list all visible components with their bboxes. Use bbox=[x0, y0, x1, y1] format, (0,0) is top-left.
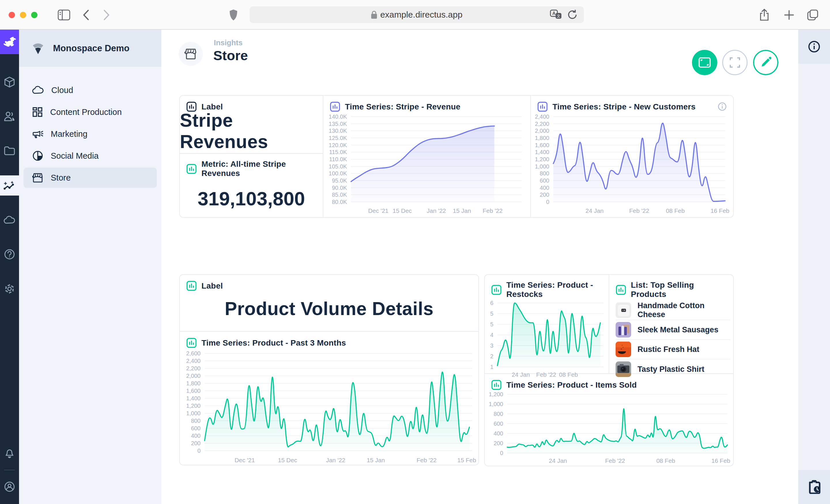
directus-logo[interactable] bbox=[0, 30, 19, 54]
sidebar-item-store[interactable]: Store bbox=[24, 168, 157, 188]
notifications-bell-icon[interactable] bbox=[0, 443, 19, 463]
svg-text:200: 200 bbox=[540, 192, 549, 198]
list-item[interactable]: Rustic Fresh Hat bbox=[615, 340, 730, 360]
product-name: Tasty Plastic Shirt bbox=[637, 365, 704, 374]
svg-text:1,400: 1,400 bbox=[186, 395, 200, 401]
new_customers-chart-svg: 02004006008001,0001,2001,4001,6001,8002,… bbox=[531, 114, 733, 215]
panel-title: Time Series: Stripe - Revenue bbox=[345, 102, 460, 111]
project-switcher[interactable]: Monospace Demo bbox=[19, 30, 161, 67]
pie-chart-icon bbox=[32, 150, 43, 161]
past3-chart-svg: 02004006008001,0001,2001,4001,6001,8002,… bbox=[180, 350, 478, 465]
privacy-shield-icon[interactable] bbox=[226, 7, 241, 23]
svg-text:6: 6 bbox=[490, 301, 493, 306]
svg-text:4: 4 bbox=[490, 332, 493, 338]
browser-toolbar: example.directus.app A文 bbox=[0, 0, 830, 30]
zoom-to-fit-button[interactable] bbox=[692, 50, 717, 75]
breadcrumb[interactable]: Insights bbox=[214, 38, 243, 47]
svg-text:Dec '21: Dec '21 bbox=[234, 457, 255, 463]
module-cloud-icon[interactable] bbox=[0, 210, 19, 230]
svg-text:15 Feb: 15 Feb bbox=[457, 457, 476, 463]
svg-text:1,000: 1,000 bbox=[535, 163, 549, 170]
svg-text:600: 600 bbox=[191, 425, 200, 431]
svg-text:Feb '22: Feb '22 bbox=[629, 207, 649, 214]
list-item[interactable]: Handmade Cotton Cheese bbox=[615, 301, 730, 320]
svg-text:Feb '22: Feb '22 bbox=[417, 457, 437, 463]
svg-text:2,000: 2,000 bbox=[535, 128, 549, 134]
info-icon[interactable] bbox=[717, 102, 727, 111]
panel-items-sold: Time Series: Product - Items Sold 020040… bbox=[485, 374, 733, 465]
panel-title: Time Series: Product - Items Sold bbox=[506, 380, 637, 390]
storefront-icon bbox=[185, 48, 197, 60]
module-settings-icon[interactable] bbox=[0, 279, 19, 299]
stripe-revenue-chart: 80.0K85.0K90.0K95.0K100.0K105.0K110.0K11… bbox=[323, 114, 530, 215]
dashboard-grid-icon bbox=[32, 107, 43, 117]
module-users-icon[interactable] bbox=[0, 106, 19, 127]
sidebar-item-label: Social Media bbox=[51, 151, 99, 161]
sidebar-item-cloud[interactable]: Cloud bbox=[24, 80, 157, 100]
module-content-icon[interactable] bbox=[0, 72, 19, 92]
sidebar-item-content-production[interactable]: Content Production bbox=[24, 102, 157, 122]
activity-log-button[interactable] bbox=[798, 470, 830, 504]
items-sold-chart: 02004006008001,0001,20024 JanFeb '2208 F… bbox=[485, 392, 733, 465]
panel-stripe-revenue: Time Series: Stripe - Revenue 80.0K85.0K… bbox=[323, 96, 531, 217]
product-name: Handmade Cotton Cheese bbox=[637, 301, 730, 319]
product-thumbnail bbox=[615, 322, 631, 338]
svg-text:80.0K: 80.0K bbox=[332, 199, 347, 205]
svg-text:1,200: 1,200 bbox=[535, 156, 549, 162]
module-help-icon[interactable] bbox=[0, 244, 19, 264]
window-minimize-button[interactable] bbox=[20, 12, 26, 18]
edit-dashboard-button[interactable] bbox=[753, 50, 778, 75]
fullscreen-button[interactable] bbox=[722, 50, 747, 75]
panel-restocks: Time Series: Product - Restocks 12345562… bbox=[485, 275, 609, 373]
user-avatar-icon[interactable] bbox=[0, 477, 19, 497]
svg-text:Jan '22: Jan '22 bbox=[326, 457, 345, 463]
back-button[interactable] bbox=[78, 7, 93, 23]
new-customers-chart: 02004006008001,0001,2001,4001,6001,8002,… bbox=[531, 114, 733, 215]
svg-text:600: 600 bbox=[494, 421, 503, 427]
svg-text:95.0K: 95.0K bbox=[332, 177, 347, 184]
share-icon[interactable] bbox=[757, 7, 772, 23]
panel-title: Time Series: Stripe - New Customers bbox=[552, 102, 696, 111]
svg-text:08 Feb: 08 Feb bbox=[666, 207, 684, 214]
items_sold-chart-svg: 02004006008001,0001,20024 JanFeb '2208 F… bbox=[485, 392, 733, 465]
reload-icon[interactable] bbox=[567, 9, 578, 21]
svg-text:200: 200 bbox=[494, 440, 503, 446]
label-stripe-revenues: Stripe Revenues bbox=[180, 114, 323, 148]
svg-text:90.0K: 90.0K bbox=[332, 184, 347, 191]
panel-group-stripe: Label Stripe Revenues Metric: All-time S… bbox=[179, 95, 734, 218]
svg-text:1,400: 1,400 bbox=[535, 149, 549, 155]
panel-timeseries-icon bbox=[491, 284, 502, 295]
svg-text:15 Jan: 15 Jan bbox=[366, 457, 385, 463]
label-product-volume: Product Volume Details bbox=[180, 293, 478, 325]
window-zoom-button[interactable] bbox=[31, 12, 37, 18]
sidebar-item-social-media[interactable]: Social Media bbox=[24, 146, 157, 166]
panel-timeseries-icon bbox=[186, 338, 197, 348]
address-bar[interactable]: example.directus.app A文 bbox=[250, 6, 584, 23]
window-close-button[interactable] bbox=[9, 12, 15, 18]
panel-column-label-metric: Label Stripe Revenues Metric: All-time S… bbox=[180, 96, 323, 217]
sidebar-toggle-icon[interactable] bbox=[57, 7, 71, 23]
svg-text:105.0K: 105.0K bbox=[329, 163, 347, 170]
clipboard-clock-icon bbox=[807, 480, 821, 494]
tab-overview-icon[interactable] bbox=[805, 7, 820, 23]
svg-text:0: 0 bbox=[197, 447, 200, 454]
panel-metric: Metric: All-time Stripe Revenues 319,103… bbox=[180, 154, 323, 217]
svg-text:100.0K: 100.0K bbox=[329, 170, 347, 176]
svg-text:120.0K: 120.0K bbox=[329, 142, 347, 148]
svg-text:2,400: 2,400 bbox=[535, 114, 549, 120]
svg-text:1,200: 1,200 bbox=[489, 392, 503, 397]
list-item[interactable]: Sleek Metal Sausages bbox=[615, 320, 730, 340]
module-insights-icon[interactable] bbox=[0, 175, 19, 196]
panel-title: List: Top Selling Products bbox=[631, 280, 727, 299]
info-icon bbox=[808, 40, 821, 53]
module-files-icon[interactable] bbox=[0, 140, 19, 161]
info-sidebar-button[interactable] bbox=[798, 30, 830, 64]
sidebar-item-marketing[interactable]: Marketing bbox=[24, 124, 157, 144]
panel-title: Time Series: Product - Past 3 Months bbox=[201, 338, 346, 348]
rail-divider bbox=[4, 470, 15, 470]
forward-button[interactable] bbox=[99, 7, 114, 23]
right-sidebar bbox=[798, 30, 830, 504]
new-tab-icon[interactable] bbox=[781, 7, 797, 23]
translate-icon[interactable]: A文 bbox=[550, 9, 563, 21]
svg-text:2,000: 2,000 bbox=[186, 373, 200, 379]
